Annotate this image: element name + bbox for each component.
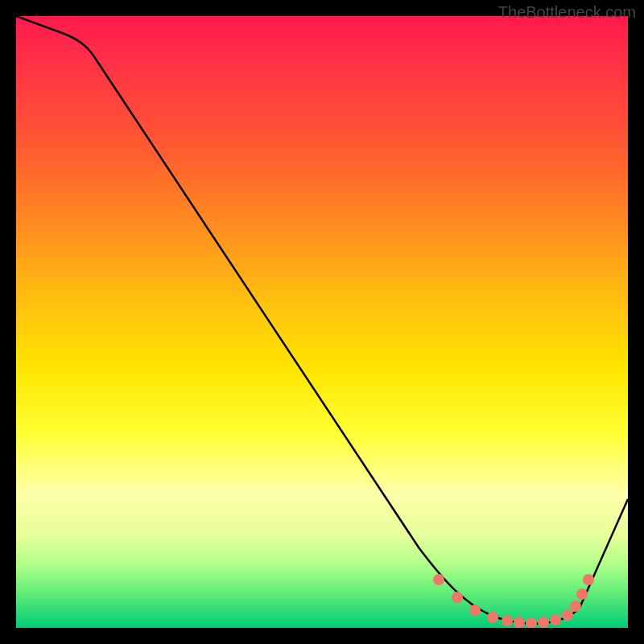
data-dot <box>538 617 549 628</box>
data-dot <box>514 617 525 628</box>
data-dot <box>502 615 513 626</box>
data-dot <box>550 614 561 625</box>
data-dot <box>570 601 581 612</box>
watermark-text: TheBottleneck.com <box>498 3 636 22</box>
data-dot <box>487 612 498 623</box>
data-dot <box>433 574 444 585</box>
chart-svg <box>16 16 628 628</box>
marked-dots <box>433 574 594 628</box>
data-dot <box>576 588 588 600</box>
plot-area <box>16 16 628 628</box>
bottleneck-curve <box>16 16 628 624</box>
data-dot <box>562 609 573 621</box>
data-dot <box>469 605 481 616</box>
data-dot <box>452 592 463 603</box>
data-dot <box>583 574 594 585</box>
data-dot <box>526 617 537 628</box>
